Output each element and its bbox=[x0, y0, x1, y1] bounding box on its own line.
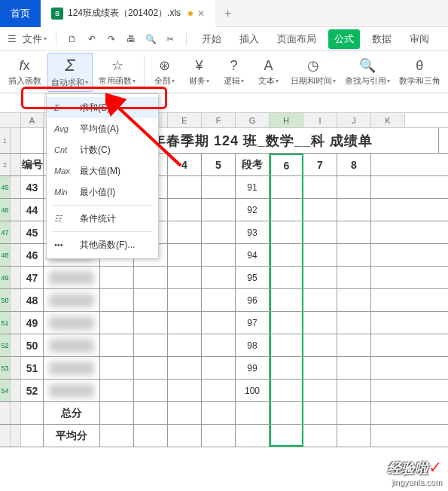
cell[interactable] bbox=[100, 380, 134, 401]
cell[interactable] bbox=[270, 312, 303, 334]
name-box[interactable] bbox=[0, 93, 45, 112]
cell-no[interactable]: 48 bbox=[21, 289, 44, 311]
cell[interactable] bbox=[134, 312, 168, 334]
col-header[interactable]: E bbox=[168, 113, 202, 127]
save-icon[interactable]: 🗋 bbox=[66, 32, 79, 46]
cell[interactable] bbox=[168, 380, 202, 401]
cell[interactable] bbox=[337, 199, 371, 221]
common-func-button[interactable]: ☆ 常用函数▾ bbox=[96, 53, 139, 92]
cell[interactable] bbox=[303, 334, 337, 356]
col-header[interactable]: A bbox=[21, 113, 44, 127]
auto-sum-button[interactable]: Σ 自动求和▾ bbox=[47, 53, 93, 92]
datetime-button[interactable]: ◷ 日期和时间▾ bbox=[288, 53, 339, 92]
cell[interactable] bbox=[303, 425, 337, 447]
undo-icon[interactable]: ↶ bbox=[85, 32, 99, 46]
menu-item-other[interactable]: •••其他函数(F)... bbox=[47, 234, 158, 255]
cell-name[interactable] bbox=[44, 334, 100, 356]
cell[interactable] bbox=[303, 244, 337, 266]
tab-home[interactable]: 首页 bbox=[0, 0, 41, 27]
menu-button[interactable]: ☰ bbox=[8, 33, 17, 44]
cell-no[interactable]: 43 bbox=[21, 176, 44, 198]
cell[interactable] bbox=[270, 176, 303, 198]
cell[interactable] bbox=[21, 128, 44, 153]
cell[interactable] bbox=[134, 425, 168, 447]
col-header[interactable]: G bbox=[236, 113, 270, 127]
total-label[interactable]: 总分 bbox=[44, 402, 100, 424]
cell[interactable] bbox=[100, 425, 134, 447]
all-func-button[interactable]: ⊛ 全部▾ bbox=[149, 53, 181, 92]
menu-item-max[interactable]: Max最大值(M) bbox=[47, 160, 158, 181]
header-6[interactable]: 6 bbox=[270, 154, 303, 175]
header-no[interactable]: 编号 bbox=[21, 154, 44, 175]
header-8[interactable]: 8 bbox=[337, 154, 371, 175]
row-header[interactable]: 47 bbox=[0, 221, 11, 243]
cell[interactable] bbox=[303, 199, 337, 221]
cell[interactable] bbox=[270, 425, 303, 447]
ribbon-tab-review[interactable]: 审阅 bbox=[404, 29, 435, 49]
header-5[interactable]: 5 bbox=[202, 154, 236, 175]
cell-no[interactable]: 47 bbox=[21, 267, 44, 288]
cell-name[interactable] bbox=[44, 289, 100, 311]
cell[interactable] bbox=[134, 380, 168, 401]
cell[interactable] bbox=[202, 402, 236, 424]
tab-document[interactable]: S 124班成绩表（201402）.xls ✕ bbox=[41, 0, 215, 27]
row-header[interactable]: 54 bbox=[0, 380, 11, 401]
cell-name[interactable] bbox=[44, 357, 100, 379]
row-header[interactable]: 52 bbox=[0, 334, 11, 356]
col-header[interactable]: H bbox=[270, 113, 303, 127]
cell[interactable] bbox=[337, 357, 371, 379]
row-header[interactable]: 48 bbox=[0, 244, 11, 266]
cell[interactable] bbox=[168, 244, 202, 266]
cell[interactable] bbox=[168, 312, 202, 334]
row-header[interactable]: 51 bbox=[0, 312, 11, 334]
cell-no[interactable]: 44 bbox=[21, 199, 44, 221]
cell[interactable] bbox=[100, 357, 134, 379]
cell-exam[interactable]: 95 bbox=[236, 267, 270, 288]
row-header[interactable]: 45 bbox=[0, 176, 11, 198]
header-exam[interactable]: 段考 bbox=[236, 154, 270, 175]
cell[interactable] bbox=[337, 289, 371, 311]
col-header[interactable]: I bbox=[303, 113, 337, 127]
select-all-corner[interactable] bbox=[0, 113, 21, 127]
redo-icon[interactable]: ↷ bbox=[105, 32, 118, 46]
cell[interactable] bbox=[100, 402, 134, 424]
cell[interactable] bbox=[168, 176, 202, 198]
cell[interactable] bbox=[202, 357, 236, 379]
cell-no[interactable]: 50 bbox=[21, 334, 44, 356]
cell[interactable] bbox=[100, 334, 134, 356]
cell[interactable] bbox=[270, 380, 303, 401]
header-4[interactable]: 4 bbox=[168, 154, 202, 175]
cell-exam[interactable]: 100 bbox=[236, 380, 270, 401]
cell[interactable] bbox=[303, 402, 337, 424]
cell[interactable] bbox=[134, 357, 168, 379]
cell[interactable] bbox=[202, 289, 236, 311]
ribbon-tab-start[interactable]: 开始 bbox=[196, 29, 227, 49]
cell[interactable] bbox=[303, 312, 337, 334]
menu-item-sum[interactable]: Σ求和(S) bbox=[47, 97, 158, 118]
cell[interactable] bbox=[100, 289, 134, 311]
cell-exam[interactable]: 97 bbox=[236, 312, 270, 334]
cell-no[interactable]: 49 bbox=[21, 312, 44, 334]
ribbon-tab-formula[interactable]: 公式 bbox=[328, 29, 360, 49]
cell-exam[interactable]: 99 bbox=[236, 357, 270, 379]
cell[interactable] bbox=[270, 267, 303, 288]
cell-no[interactable]: 45 bbox=[21, 221, 44, 243]
file-menu[interactable]: 文件▾ bbox=[23, 32, 47, 46]
menu-item-min[interactable]: Min最小值(I) bbox=[47, 181, 158, 203]
cell[interactable] bbox=[303, 380, 337, 401]
cell[interactable] bbox=[303, 176, 337, 198]
cell[interactable] bbox=[303, 289, 337, 311]
cell[interactable] bbox=[168, 357, 202, 379]
cell-no[interactable]: 51 bbox=[21, 357, 44, 379]
cell[interactable] bbox=[202, 425, 236, 447]
cell[interactable] bbox=[168, 402, 202, 424]
cell[interactable] bbox=[202, 221, 236, 243]
cell-name[interactable] bbox=[44, 380, 100, 401]
cell[interactable] bbox=[236, 425, 270, 447]
finance-button[interactable]: ¥ 财务▾ bbox=[184, 53, 215, 92]
row-header[interactable] bbox=[0, 425, 11, 447]
cell[interactable] bbox=[270, 357, 303, 379]
lookup-button[interactable]: 🔍 查找与引用▾ bbox=[342, 53, 393, 92]
cell[interactable] bbox=[270, 244, 303, 266]
cell-name[interactable] bbox=[44, 267, 100, 288]
